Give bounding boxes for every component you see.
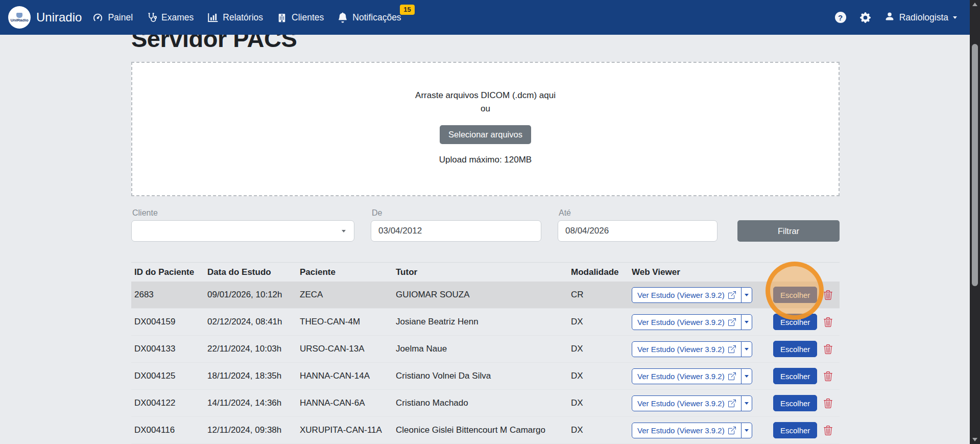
scrollbar-thumb[interactable] [972, 44, 978, 286]
viewer-dropdown-toggle[interactable] [741, 314, 752, 330]
scroll-up-arrow[interactable] [970, 0, 980, 9]
external-link-icon [728, 372, 736, 380]
actions-cell: Escolher [770, 368, 840, 384]
nav-item-label: Painel [108, 12, 133, 23]
patient-cell: HANNA-CAN-14A [297, 371, 393, 381]
choose-button[interactable]: Escolher [773, 422, 817, 438]
trash-icon[interactable] [823, 399, 833, 408]
caret-down-icon [745, 402, 749, 405]
choose-button[interactable]: Escolher [773, 314, 817, 330]
viewer-dropdown-toggle[interactable] [741, 341, 752, 357]
table-row: 268309/01/2026, 10:12hZECAGUIOMAR SOUZAC… [131, 282, 840, 309]
notification-badge: 15 [400, 5, 414, 15]
nav-item-notificacoes[interactable]: Notificações 15 [338, 12, 401, 23]
modality-cell: DX [568, 425, 629, 435]
filter-bar: Cliente De Até Filtrar [131, 207, 840, 243]
viewer-dropdown-toggle[interactable] [741, 423, 752, 438]
choose-button[interactable]: Escolher [773, 287, 817, 303]
date-from-label: De [372, 208, 541, 218]
top-navbar: UniRadio Uniradio Painel Exames Relatóri… [0, 0, 980, 35]
nav-item-exames[interactable]: Exames [147, 12, 194, 23]
patient-cell: ZECA [297, 290, 393, 300]
nav-items: Painel Exames Relatórios Clientes Notifi… [92, 12, 401, 23]
actions-cell: Escolher [770, 395, 840, 411]
header-web-viewer: Web Viewer [629, 267, 770, 277]
nav-item-label: Relatórios [223, 12, 263, 23]
chevron-down-icon [953, 16, 957, 19]
view-study-button[interactable]: Ver Estudo (Viewer 3.9.2) [632, 368, 742, 384]
dicom-dropzone[interactable]: Arraste arquivos DICOM (.dcm) aqui ou Se… [131, 62, 840, 196]
patient-id-cell: DX004122 [131, 398, 204, 408]
nav-item-clientes[interactable]: Clientes [277, 12, 324, 23]
logo-text: UniRadio [10, 18, 28, 22]
client-select[interactable] [131, 220, 354, 242]
web-viewer-cell: Ver Estudo (Viewer 3.9.2) [629, 314, 770, 330]
modality-cell: DX [568, 344, 629, 354]
patient-cell: THEO-CAN-4M [297, 317, 393, 327]
patient-id-cell: DX004125 [131, 371, 204, 381]
trash-icon[interactable] [823, 426, 833, 435]
date-to-label: Até [559, 208, 718, 218]
filter-button[interactable]: Filtrar [737, 220, 840, 242]
trash-icon[interactable] [823, 290, 833, 300]
tutor-cell: Cleonice Gislei Bittencourt M Camargo [393, 425, 568, 435]
nav-right: ? Radiologista [835, 11, 957, 24]
external-link-icon [728, 318, 736, 326]
stethoscope-icon [147, 12, 157, 23]
external-link-icon [728, 427, 736, 434]
study-date-cell: 22/11/2024, 10:03h [204, 344, 297, 354]
patient-id-cell: DX004116 [131, 425, 204, 435]
tutor-cell: Cristiano Machado [393, 398, 568, 408]
caret-down-icon [745, 348, 749, 350]
nav-item-painel[interactable]: Painel [92, 12, 133, 23]
nav-item-label: Clientes [292, 12, 324, 23]
tutor-cell: Cristiano Volnei Da Silva [393, 371, 568, 381]
actions-cell: Escolher [770, 341, 840, 357]
select-files-button[interactable]: Selecionar arquivos [440, 125, 531, 144]
date-from-input[interactable] [371, 220, 541, 242]
tutor-cell: Joelma Naue [393, 344, 568, 354]
trash-icon[interactable] [823, 371, 833, 381]
trash-icon[interactable] [823, 317, 833, 327]
header-patient-id: ID do Paciente [131, 267, 204, 277]
choose-button[interactable]: Escolher [773, 368, 817, 384]
choose-button[interactable]: Escolher [773, 341, 817, 357]
brand[interactable]: UniRadio Uniradio [8, 6, 82, 29]
help-icon[interactable]: ? [835, 12, 846, 23]
uniradio-logo-icon: UniRadio [8, 6, 31, 29]
view-study-button[interactable]: Ver Estudo (Viewer 3.9.2) [632, 341, 742, 357]
gauge-icon [92, 12, 103, 23]
trash-icon[interactable] [823, 344, 833, 354]
web-viewer-cell: Ver Estudo (Viewer 3.9.2) [629, 341, 770, 357]
choose-button[interactable]: Escolher [773, 395, 817, 411]
gear-icon[interactable] [860, 12, 871, 23]
client-label: Cliente [132, 208, 354, 218]
date-to-input[interactable] [558, 220, 718, 242]
view-study-button[interactable]: Ver Estudo (Viewer 3.9.2) [632, 395, 742, 411]
view-study-button[interactable]: Ver Estudo (Viewer 3.9.2) [632, 423, 742, 438]
viewer-dropdown-toggle[interactable] [741, 395, 752, 411]
scrollbar[interactable] [970, 0, 980, 444]
viewer-dropdown-toggle[interactable] [741, 287, 752, 303]
web-viewer-cell: Ver Estudo (Viewer 3.9.2) [629, 287, 770, 303]
patient-id-cell: DX004159 [131, 317, 204, 327]
nav-item-relatorios[interactable]: Relatórios [207, 12, 263, 23]
user-menu[interactable]: Radiologista [885, 11, 957, 24]
caret-down-icon [745, 321, 749, 323]
tutor-cell: GUIOMAR SOUZA [393, 290, 568, 300]
patient-id-cell: 2683 [131, 290, 204, 300]
header-patient: Paciente [297, 267, 393, 277]
external-link-icon [728, 291, 736, 299]
viewer-dropdown-toggle[interactable] [741, 368, 752, 384]
dropzone-or-text: ou [132, 102, 839, 115]
actions-cell: Escolher [770, 287, 840, 303]
study-date-cell: 12/11/2024, 09:38h [204, 425, 297, 435]
view-study-button[interactable]: Ver Estudo (Viewer 3.9.2) [632, 314, 742, 330]
view-study-button[interactable]: Ver Estudo (Viewer 3.9.2) [632, 287, 742, 303]
modality-cell: CR [568, 290, 629, 300]
nav-item-label: Exames [161, 12, 194, 23]
modality-cell: DX [568, 371, 629, 381]
caret-down-icon [745, 294, 749, 296]
scroll-down-arrow[interactable] [970, 435, 980, 444]
upload-max-label: Upload máximo: 120MB [132, 155, 839, 165]
